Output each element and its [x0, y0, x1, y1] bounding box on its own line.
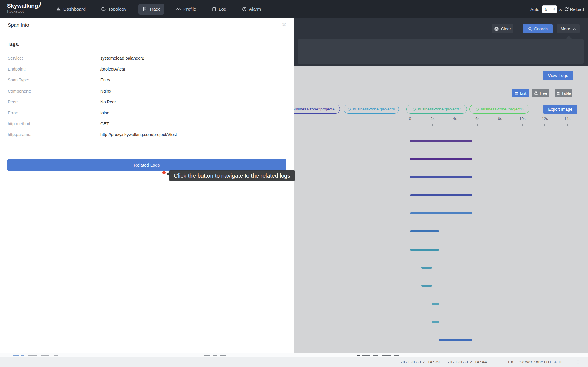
- view-mode-list[interactable]: List: [512, 89, 529, 97]
- related-logs-tooltip: Click the button to navigate to the rela…: [169, 170, 295, 181]
- search-button[interactable]: Search: [523, 24, 553, 33]
- server-zone-value: 0: [559, 360, 561, 364]
- search-icon: [528, 27, 532, 31]
- view-mode-tree[interactable]: Tree: [532, 89, 549, 97]
- field-label: Endpoint:: [8, 67, 26, 71]
- footer-bar: 2021-02-02 14:29 ~ 2021-02-02 14:44 En S…: [0, 357, 588, 367]
- nav-item-topology[interactable]: Topology: [97, 4, 130, 15]
- clipped-text-fragment: [28, 355, 37, 356]
- topology-icon: [101, 7, 106, 11]
- field-value: /projectA/test: [100, 67, 125, 71]
- top-nav: Skywalking) Rocketbot DashboardTopologyT…: [0, 0, 588, 18]
- field-label: Service:: [8, 56, 23, 61]
- chip-label: business-zone::projectB: [353, 107, 395, 111]
- field-label: http.method:: [8, 121, 31, 126]
- circle-icon: [347, 108, 351, 111]
- trace-span-bar[interactable]: [421, 267, 432, 269]
- field-label: Error:: [8, 110, 18, 115]
- trace-span-bar[interactable]: [410, 249, 439, 251]
- more-button-label: More: [560, 26, 570, 31]
- circle-icon: [475, 108, 479, 111]
- close-icon[interactable]: ×: [282, 21, 286, 28]
- trace-span-bar[interactable]: [410, 230, 439, 232]
- nav-item-dashboard[interactable]: Dashboard: [52, 4, 89, 15]
- clipped-text-fragment: [382, 355, 391, 356]
- clipped-text-fragment: [394, 355, 399, 356]
- trace-span-bar[interactable]: [410, 212, 472, 214]
- axis-tick-label: 8s: [494, 116, 507, 121]
- view-mode-label: List: [520, 91, 526, 95]
- axis-tick-mark: [567, 124, 568, 126]
- auto-interval-value: 6: [542, 7, 552, 11]
- nav-item-trace[interactable]: Trace: [138, 4, 164, 15]
- trace-span-bar[interactable]: [439, 339, 472, 341]
- clipped-text-fragment: [357, 355, 360, 356]
- field-value: http://proxy.skywalking.com/projectA/tes…: [100, 132, 177, 137]
- nav-item-label: Topology: [108, 6, 126, 12]
- nav-menu: DashboardTopologyTraceProfileLogAlarm: [52, 0, 265, 18]
- log-icon: [212, 7, 216, 11]
- trace-span-bar[interactable]: [410, 176, 472, 178]
- trace-span-bar[interactable]: [432, 303, 439, 305]
- table-icon: [556, 91, 560, 95]
- span-tag-row: Endpoint:/projectA/test: [0, 67, 294, 73]
- auto-label: Auto: [530, 7, 539, 12]
- trace-tag-chip[interactable]: business-zone::projectD: [469, 105, 529, 114]
- time-range-picker[interactable]: 2021-02-02 14:29 ~ 2021-02-02 14:44: [400, 360, 487, 364]
- more-button[interactable]: More: [557, 24, 580, 33]
- axis-tick-mark: [410, 124, 410, 126]
- view-mode-table[interactable]: Table: [555, 89, 572, 97]
- axis-tick-mark: [500, 124, 500, 126]
- trace-span-bar[interactable]: [432, 321, 439, 323]
- reload-label: Reload: [570, 7, 584, 12]
- related-logs-button[interactable]: Related Logs: [7, 159, 286, 171]
- field-value: No Peer: [100, 100, 116, 104]
- clipped-text-fragment: [41, 355, 49, 356]
- alarm-icon: [242, 7, 247, 11]
- brand-name: Skywalking: [7, 3, 38, 9]
- span-tag-row: Error:false: [0, 110, 294, 117]
- view-logs-label: View Logs: [548, 73, 568, 78]
- axis-tick-mark: [455, 124, 455, 126]
- span-tag-row: Service:system::load balancer2: [0, 56, 294, 62]
- zone-spinner-icon[interactable]: [576, 359, 580, 365]
- axis-tick-mark: [544, 124, 545, 126]
- nav-item-log[interactable]: Log: [208, 4, 230, 15]
- clipped-text-fragment: [54, 355, 58, 356]
- brand-subtitle: Rocketbot: [7, 9, 41, 14]
- dashboard-icon: [56, 7, 61, 11]
- brand-swoosh-icon: ): [38, 1, 42, 8]
- trace-tag-chip[interactable]: business-zone::projectC: [406, 105, 467, 114]
- more-popup-arrow: [566, 36, 572, 39]
- clear-button-label: Clear: [501, 26, 511, 31]
- reload-button[interactable]: Reload: [564, 7, 584, 12]
- export-image-button[interactable]: Export image: [543, 105, 577, 114]
- clipped-text-fragment: [213, 355, 217, 356]
- clear-button[interactable]: Clear: [492, 24, 513, 33]
- view-logs-button[interactable]: View Logs: [543, 71, 573, 80]
- trace-span-bar[interactable]: [410, 194, 472, 196]
- nav-item-label: Alarm: [249, 6, 261, 12]
- nav-item-alarm[interactable]: Alarm: [238, 4, 265, 15]
- language-selector[interactable]: En: [508, 360, 513, 364]
- trace-span-bar[interactable]: [410, 158, 472, 160]
- chevron-up-icon: [572, 27, 576, 31]
- clipped-row-sliver: [0, 353, 588, 357]
- nav-item-profile[interactable]: Profile: [172, 4, 200, 15]
- chip-label: business-zone::projectA: [292, 107, 335, 111]
- related-logs-label: Related Logs: [134, 162, 160, 167]
- trace-span-bar[interactable]: [410, 140, 472, 142]
- search-button-label: Search: [534, 26, 548, 31]
- skywalking-trace-page: Clear Search More View Logs 18 ListTreeT…: [0, 0, 588, 367]
- tags-heading: Tags.: [8, 42, 19, 47]
- axis-tick-label: 0: [404, 116, 417, 121]
- trace-tag-chip[interactable]: business-zone::projectB: [344, 105, 399, 114]
- auto-interval-input[interactable]: 6 ▲▼: [542, 5, 557, 13]
- stepper-arrows-icon[interactable]: ▲▼: [552, 6, 557, 13]
- field-value: false: [100, 110, 109, 115]
- clipped-text-fragment: [362, 355, 370, 356]
- axis-tick-label: 10s: [516, 116, 529, 121]
- chip-label: business-zone::projectD: [481, 107, 524, 111]
- circle-icon: [412, 108, 416, 111]
- trace-span-bar[interactable]: [421, 285, 432, 287]
